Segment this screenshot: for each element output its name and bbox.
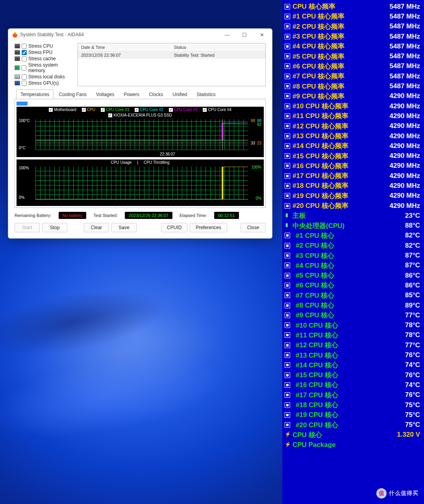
freq-value: 5487 MHz <box>382 72 420 80</box>
legend-checkbox[interactable] <box>135 108 139 112</box>
tab-temperatures[interactable]: Temperatures <box>16 89 54 99</box>
freq-label: #1 CPU 核心频率 <box>293 12 382 21</box>
bolt-icon <box>285 432 290 437</box>
y-top: 100°C <box>19 119 30 123</box>
core-temp-value: 76°C <box>382 371 420 379</box>
stress-option-3[interactable]: Stress system memory <box>15 62 74 74</box>
stress-checkbox[interactable] <box>22 56 27 61</box>
tab-unified[interactable]: Unified <box>168 89 191 99</box>
core-temp-label: #14 CPU 核心 <box>293 361 382 370</box>
chip-icon <box>285 163 290 169</box>
core-temp-label: #6 CPU 核心 <box>293 281 382 290</box>
r-23: 23 <box>257 141 261 145</box>
freq-label: #11 CPU 核心频率 <box>293 111 382 120</box>
chip-icon <box>285 104 290 109</box>
aida64-window: System Stability Test - AIDA64 ― ☐ ✕ Str… <box>8 28 272 239</box>
option-icon <box>15 74 20 79</box>
chip-icon <box>285 343 290 348</box>
preferences-button[interactable]: Preferences <box>190 223 227 232</box>
close-window-button[interactable]: ✕ <box>253 29 270 40</box>
legend-label: CPU Core #1 <box>106 107 129 112</box>
stress-option-4[interactable]: Stress local disks <box>15 74 74 80</box>
legend-checkbox[interactable] <box>82 108 86 112</box>
stress-option-0[interactable]: Stress CPU <box>15 43 74 49</box>
stress-options: Stress CPU Stress FPU Stress cache Stres… <box>15 43 74 86</box>
legend-checkbox[interactable] <box>169 108 173 112</box>
freq-value: 5487 MHz <box>382 62 420 70</box>
sensor-row-core-temp: #15 CPU 核心 76°C <box>284 370 420 380</box>
watermark: 值 什么值得买 <box>376 488 418 498</box>
tab-clocks[interactable]: Clocks <box>144 89 167 99</box>
chip-icon <box>285 14 290 19</box>
temp-value: 88°C <box>382 222 420 230</box>
cpuid-button[interactable]: CPUID <box>161 223 187 232</box>
started-label: Test Started: <box>93 213 118 218</box>
stress-label: Stress cache <box>28 56 56 61</box>
core-temp-label: #11 CPU 核心 <box>293 331 382 340</box>
legend-label: CPU Core #3 <box>174 107 197 112</box>
freq-value: 4290 MHz <box>382 122 420 130</box>
stress-option-2[interactable]: Stress cache <box>15 56 74 62</box>
usage-graph: CPU Usage|CPU Throttling 100% 0% 100% 0% <box>17 159 264 206</box>
core-temp-label: #8 CPU 核心 <box>293 301 382 310</box>
legend-checkbox[interactable] <box>203 108 207 112</box>
minimize-button[interactable]: ― <box>218 29 236 40</box>
legend-label: CPU Core #4 <box>208 107 231 112</box>
x-time: 22:36:07 <box>160 152 175 156</box>
chip-icon <box>285 283 290 288</box>
tab-powers[interactable]: Powers <box>119 89 144 99</box>
stress-checkbox[interactable] <box>21 65 26 70</box>
temp-value: 23°C <box>382 212 420 220</box>
tab-statistics[interactable]: Statistics <box>193 89 220 99</box>
freq-label: #17 CPU 核心频率 <box>293 171 382 180</box>
freq-value: 5487 MHz <box>382 3 420 11</box>
legend-checkbox[interactable] <box>101 108 105 112</box>
chip-icon <box>285 83 290 89</box>
core-temp-value: 75°C <box>382 421 420 429</box>
log-date: 2023/12/26 22:36:07 <box>78 52 171 59</box>
sensor-row-freq: #1 CPU 核心频率 5487 MHz <box>284 11 420 21</box>
save-button[interactable]: Save <box>111 223 137 232</box>
stress-checkbox[interactable] <box>22 74 27 80</box>
log-header-date[interactable]: Date & Time <box>78 43 171 52</box>
chip-icon <box>285 153 290 159</box>
stress-checkbox[interactable] <box>22 50 27 55</box>
stress-option-5[interactable]: Stress GPU(s) <box>15 80 74 86</box>
freq-value: 4290 MHz <box>382 202 420 210</box>
freq-label: #14 CPU 核心频率 <box>293 141 382 150</box>
tab-cooling-fans[interactable]: Cooling Fans <box>54 89 91 99</box>
sensor-row-core-temp: #19 CPU 核心 75°C <box>284 410 420 420</box>
freq-value: 5487 MHz <box>382 33 420 41</box>
freq-value: 5487 MHz <box>382 43 420 50</box>
log-row[interactable]: 2023/12/26 22:36:07Stability Test: Start… <box>78 52 265 59</box>
legend-label: CPU Usage <box>111 160 132 165</box>
stop-button[interactable]: Stop <box>42 223 67 232</box>
sensor-row-freq: #3 CPU 核心频率 5487 MHz <box>284 32 420 41</box>
chip-icon <box>285 54 290 59</box>
tab-voltages[interactable]: Voltages <box>92 89 118 99</box>
close-button[interactable]: Close <box>241 223 266 232</box>
legend-label: CPU Core #2 <box>140 107 163 112</box>
sensor-row-core-temp: #4 CPU 核心 87°C <box>284 261 420 271</box>
start-button[interactable]: Start <box>15 223 40 232</box>
freq-label: #3 CPU 核心频率 <box>293 32 382 41</box>
sensor-row-core-temp: #12 CPU 核心 77°C <box>284 340 420 350</box>
clear-button[interactable]: Clear <box>84 223 109 232</box>
window-title: System Stability Test - AIDA64 <box>20 32 84 37</box>
status-row: Remaining Battery: No battery Test Start… <box>15 212 266 219</box>
stress-option-1[interactable]: Stress FPU <box>15 49 74 56</box>
maximize-button[interactable]: ☐ <box>236 29 253 40</box>
legend-checkbox[interactable] <box>49 108 53 112</box>
stress-label: Stress local disks <box>28 74 65 80</box>
r-82: 82 <box>257 122 261 127</box>
freq-label: #6 CPU 核心频率 <box>293 62 382 71</box>
titlebar[interactable]: System Stability Test - AIDA64 ― ☐ ✕ <box>8 29 272 41</box>
chip-icon <box>285 113 290 119</box>
stress-checkbox[interactable] <box>22 81 27 86</box>
chip-icon <box>285 4 290 9</box>
core-temp-value: 78°C <box>382 331 420 339</box>
chip-icon <box>285 273 290 278</box>
r-88b: 88 <box>251 119 255 123</box>
log-header-status[interactable]: Status <box>171 43 265 52</box>
stress-checkbox[interactable] <box>22 44 27 49</box>
